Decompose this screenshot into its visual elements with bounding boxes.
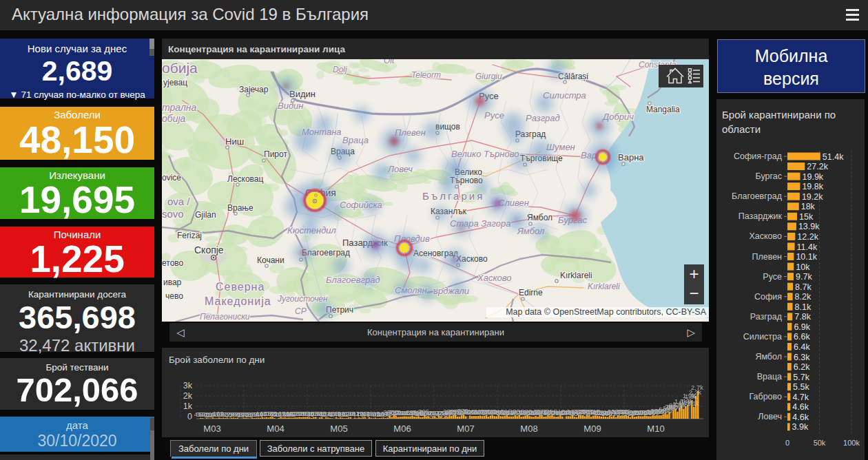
svg-text:19.8k: 19.8k bbox=[802, 182, 823, 191]
svg-text:7.8k: 7.8k bbox=[794, 312, 811, 322]
svg-text:Разград: Разград bbox=[750, 312, 783, 322]
svg-text:13.9k: 13.9k bbox=[798, 222, 820, 231]
svg-text:обија: обија bbox=[162, 113, 186, 124]
svg-text:Пирот: Пирот bbox=[264, 149, 287, 159]
svg-text:51.4k: 51.4k bbox=[823, 152, 844, 162]
svg-text:6.3k: 6.3k bbox=[794, 353, 810, 362]
svg-text:Враца: Враца bbox=[757, 372, 782, 381]
svg-text:sovo: sovo bbox=[162, 208, 184, 220]
svg-text:2k: 2k bbox=[183, 391, 193, 401]
svg-text:M09: M09 bbox=[583, 424, 601, 434]
svg-text:Кочани: Кочани bbox=[257, 255, 285, 265]
svg-text:5.7k: 5.7k bbox=[793, 373, 809, 382]
svg-text:1.1k: 1.1k bbox=[687, 399, 699, 407]
svg-text:Видин: Видин bbox=[278, 101, 303, 111]
svg-text:6.9k: 6.9k bbox=[794, 322, 810, 332]
svg-text:Зајечар: Зајечар bbox=[239, 85, 269, 94]
svg-text:трална: трална bbox=[162, 102, 197, 113]
svg-text:19.2k: 19.2k bbox=[802, 192, 823, 202]
svg-text:11.4k: 11.4k bbox=[797, 242, 818, 252]
svg-text:0: 0 bbox=[785, 439, 789, 447]
svg-text:Ниш: Ниш bbox=[225, 136, 244, 147]
svg-text:Хасково: Хасково bbox=[749, 231, 782, 241]
svg-text:Разград: Разград bbox=[526, 113, 560, 123]
svg-text:Пелагониски: Пелагониски bbox=[200, 312, 250, 322]
svg-text:Плевен: Плевен bbox=[752, 252, 782, 262]
svg-text:Велико Търново: Велико Търново bbox=[451, 149, 519, 159]
svg-text:3k: 3k bbox=[183, 381, 193, 390]
svg-text:Русе: Русе bbox=[763, 272, 782, 282]
svg-text:M04: M04 bbox=[267, 424, 284, 434]
svg-text:4.6k: 4.6k bbox=[792, 402, 809, 412]
svg-text:Teleorm: Teleorm bbox=[411, 70, 441, 80]
svg-text:Giurgiu: Giurgiu bbox=[475, 72, 502, 81]
svg-text:M05: M05 bbox=[330, 424, 347, 434]
svg-text:Dolj: Dolj bbox=[333, 65, 347, 74]
svg-text:8.1k: 8.1k bbox=[795, 302, 812, 312]
svg-text:M03: M03 bbox=[203, 424, 220, 434]
svg-text:Mangalia: Mangalia bbox=[646, 105, 680, 114]
svg-text:етово: етово bbox=[162, 258, 184, 268]
svg-text:Хасково: Хасково bbox=[477, 273, 512, 283]
svg-text:10.1k: 10.1k bbox=[796, 252, 817, 262]
svg-text:Kırklareli: Kırklareli bbox=[588, 282, 620, 291]
svg-text:8.2k: 8.2k bbox=[795, 292, 812, 302]
svg-text:Врање: Врање bbox=[227, 203, 254, 213]
svg-text:Бургас: Бургас bbox=[756, 171, 782, 181]
svg-text:Северна: Северна bbox=[216, 281, 265, 293]
svg-text:Македонија: Македонија bbox=[205, 295, 271, 307]
svg-text:Gjilan: Gjilan bbox=[195, 210, 216, 220]
svg-text:Русе: Русе bbox=[484, 110, 504, 121]
svg-text:M08: M08 bbox=[520, 424, 537, 434]
svg-text:M06: M06 bbox=[393, 424, 411, 434]
svg-text:обија: обија bbox=[162, 60, 198, 76]
svg-text:ивар: ивар bbox=[163, 278, 182, 287]
svg-text:Edirne: Edirne bbox=[519, 288, 543, 297]
svg-text:Kırklareli: Kırklareli bbox=[560, 271, 592, 280]
svg-text:0: 0 bbox=[187, 412, 192, 421]
svg-text:Ямбол: Ямбол bbox=[527, 213, 552, 222]
svg-text:6.6k: 6.6k bbox=[794, 332, 810, 342]
svg-text:Пазарджик: Пазарджик bbox=[738, 211, 783, 221]
svg-text:чево: чево bbox=[165, 291, 183, 301]
svg-text:5.5k: 5.5k bbox=[793, 382, 809, 392]
svg-text:4.6k: 4.6k bbox=[792, 412, 809, 422]
svg-text:Ferizaj: Ferizaj bbox=[177, 231, 202, 240]
svg-text:6.4k: 6.4k bbox=[794, 342, 810, 352]
svg-text:15k: 15k bbox=[799, 212, 814, 222]
svg-text:M10: M10 bbox=[647, 424, 664, 434]
svg-text:ovice: ovice bbox=[162, 173, 181, 182]
svg-text:Југоисточен: Југоисточен bbox=[277, 294, 328, 304]
svg-text:Olt: Olt bbox=[384, 59, 395, 65]
svg-text:СР: СР bbox=[295, 306, 307, 316]
svg-text:27.2k: 27.2k bbox=[807, 162, 828, 171]
svg-text:3.9k: 3.9k bbox=[792, 422, 809, 432]
svg-text:100k: 100k bbox=[843, 439, 860, 447]
svg-text:София-град: София-град bbox=[734, 151, 783, 161]
svg-text:2.7k: 2.7k bbox=[691, 384, 703, 391]
svg-text:8.7k: 8.7k bbox=[795, 282, 812, 292]
svg-text:19.9k: 19.9k bbox=[803, 172, 824, 182]
svg-text:18k: 18k bbox=[801, 202, 816, 211]
svg-text:Габрово: Габрово bbox=[749, 392, 782, 401]
svg-text:Ловеч: Ловеч bbox=[758, 412, 782, 421]
svg-text:ova /: ova / bbox=[167, 196, 190, 207]
svg-text:4.7k: 4.7k bbox=[792, 393, 809, 402]
svg-text:Лесковац: Лесковац bbox=[227, 174, 264, 184]
svg-text:Ямбол: Ямбол bbox=[755, 352, 782, 362]
svg-text:1k: 1k bbox=[183, 401, 193, 411]
svg-text:9.7k: 9.7k bbox=[796, 272, 812, 282]
svg-text:Благоевград: Благоевград bbox=[732, 191, 783, 201]
svg-text:6.2k: 6.2k bbox=[794, 362, 810, 372]
svg-text:12.2k: 12.2k bbox=[797, 232, 818, 242]
svg-text:София: София bbox=[754, 292, 782, 302]
svg-text:Враца: Враца bbox=[342, 135, 369, 145]
svg-text:Варна: Варна bbox=[618, 152, 644, 163]
svg-text:Скопје: Скопје bbox=[194, 244, 224, 255]
svg-text:50k: 50k bbox=[814, 439, 826, 447]
svg-text:Силистра: Силистра bbox=[743, 332, 782, 342]
svg-text:ујевац: ујевац bbox=[163, 78, 187, 87]
svg-text:10k: 10k bbox=[796, 262, 810, 272]
svg-text:M07: M07 bbox=[457, 424, 474, 434]
